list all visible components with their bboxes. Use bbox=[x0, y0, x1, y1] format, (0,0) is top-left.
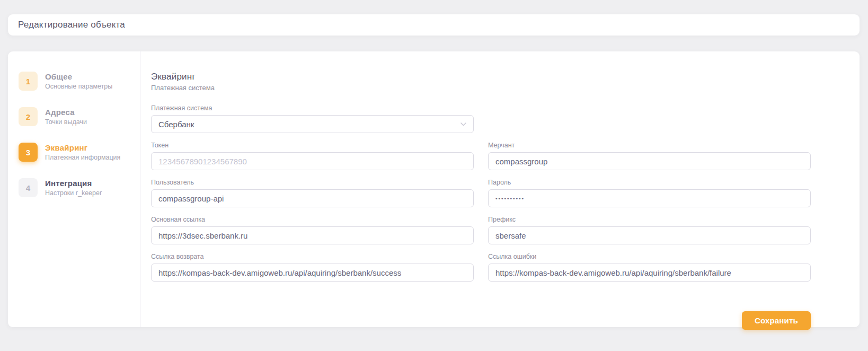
step-subtitle: Платежная информация bbox=[45, 154, 120, 161]
token-label: Токен bbox=[151, 142, 474, 149]
step-number-badge: 1 bbox=[19, 72, 38, 91]
form-grid: Платежная система Сбербанк Токен Мерчант bbox=[151, 104, 811, 290]
token-field: Токен bbox=[151, 142, 474, 170]
step-general[interactable]: 1 Общее Основные параметры bbox=[19, 72, 140, 91]
save-button[interactable]: Сохранить bbox=[742, 311, 811, 330]
payment-system-select[interactable]: Сбербанк bbox=[151, 115, 474, 133]
user-input[interactable] bbox=[151, 189, 474, 207]
edit-object-card: 1 Общее Основные параметры 2 Адреса Точк… bbox=[8, 51, 860, 327]
page-header-card: Редактирование объекта bbox=[8, 14, 860, 36]
section-heading: Эквайринг bbox=[151, 72, 811, 82]
return-link-field: Ссылка возврата bbox=[151, 253, 474, 282]
merchant-field: Мерчант bbox=[488, 142, 811, 170]
main-link-label: Основная ссылка bbox=[151, 216, 474, 223]
payment-system-label: Платежная система bbox=[151, 104, 474, 112]
error-link-field: Ссылка ошибки bbox=[488, 253, 811, 282]
acquiring-form: Эквайринг Платежная система Платежная си… bbox=[140, 51, 860, 327]
step-integration[interactable]: 4 Интеграция Настроки r_keeper bbox=[19, 178, 140, 197]
merchant-input[interactable] bbox=[488, 152, 811, 170]
step-title: Интеграция bbox=[45, 179, 102, 188]
page-title: Редактирование объекта bbox=[18, 20, 125, 30]
step-acquiring[interactable]: 3 Эквайринг Платежная информация bbox=[19, 143, 140, 162]
password-label: Пароль bbox=[488, 179, 811, 186]
main-link-field: Основная ссылка bbox=[151, 216, 474, 244]
prefix-label: Префикс bbox=[488, 216, 811, 223]
return-link-input[interactable] bbox=[151, 264, 474, 282]
step-number-badge: 2 bbox=[19, 107, 38, 126]
main-link-input[interactable] bbox=[151, 226, 474, 244]
return-link-label: Ссылка возврата bbox=[151, 253, 474, 260]
step-title: Адреса bbox=[45, 108, 87, 117]
page: Редактирование объекта 1 Общее Основные … bbox=[0, 0, 868, 327]
prefix-input[interactable] bbox=[488, 226, 811, 244]
merchant-label: Мерчант bbox=[488, 142, 811, 149]
wizard-stepper: 1 Общее Основные параметры 2 Адреса Точк… bbox=[8, 51, 140, 327]
error-link-label: Ссылка ошибки bbox=[488, 253, 811, 260]
user-field: Пользователь bbox=[151, 179, 474, 207]
chevron-down-icon bbox=[460, 122, 466, 126]
step-title: Общее bbox=[45, 72, 112, 81]
step-subtitle: Настроки r_keeper bbox=[45, 189, 102, 197]
payment-system-field: Платежная система Сбербанк bbox=[151, 104, 474, 133]
step-subtitle: Основные параметры bbox=[45, 83, 112, 90]
user-label: Пользователь bbox=[151, 179, 474, 186]
step-title: Эквайринг bbox=[45, 143, 120, 152]
grid-spacer bbox=[488, 104, 811, 142]
step-number-badge: 3 bbox=[19, 143, 38, 162]
token-input[interactable] bbox=[151, 152, 474, 170]
form-actions: Сохранить bbox=[151, 311, 811, 330]
password-field: Пароль bbox=[488, 179, 811, 207]
password-input[interactable] bbox=[488, 189, 811, 207]
error-link-input[interactable] bbox=[488, 264, 811, 282]
prefix-field: Префикс bbox=[488, 216, 811, 244]
step-addresses[interactable]: 2 Адреса Точки выдачи bbox=[19, 107, 140, 126]
step-subtitle: Точки выдачи bbox=[45, 118, 87, 126]
section-subheading: Платежная система bbox=[151, 84, 811, 92]
step-number-badge: 4 bbox=[19, 178, 38, 197]
payment-system-value: Сбербанк bbox=[158, 120, 194, 129]
